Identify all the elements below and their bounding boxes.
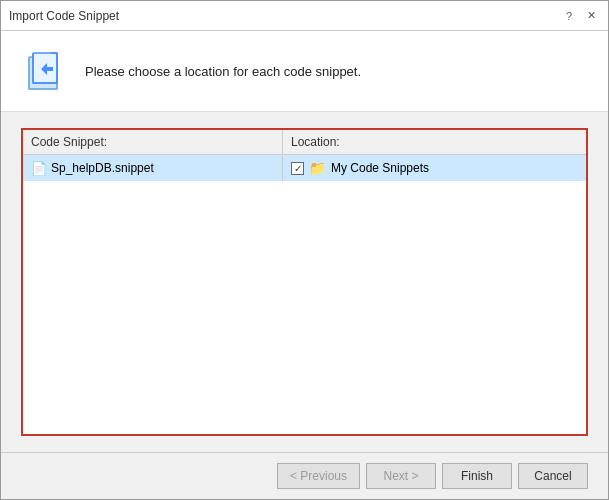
header-section: Please choose a location for each code s… bbox=[1, 31, 608, 112]
snippet-file-icon: 📄 bbox=[31, 161, 47, 176]
snippet-header-icon bbox=[21, 47, 69, 95]
table-header: Code Snippet: Location: bbox=[23, 130, 586, 155]
header-text: Please choose a location for each code s… bbox=[85, 64, 361, 79]
dialog-title: Import Code Snippet bbox=[9, 9, 119, 23]
next-button[interactable]: Next > bbox=[366, 463, 436, 489]
snippet-table: Code Snippet: Location: 📄 Sp_helpDB.snip… bbox=[21, 128, 588, 436]
folder-icon: 📁 bbox=[309, 160, 326, 176]
header-icon bbox=[21, 47, 69, 95]
col-header-location: Location: bbox=[283, 130, 586, 154]
help-button[interactable]: ? bbox=[560, 7, 578, 25]
table-row[interactable]: 📄 Sp_helpDB.snippet 📁 My Code Snippets bbox=[23, 155, 586, 181]
content-area: Code Snippet: Location: 📄 Sp_helpDB.snip… bbox=[1, 112, 608, 452]
col-header-snippet: Code Snippet: bbox=[23, 130, 283, 154]
finish-button[interactable]: Finish bbox=[442, 463, 512, 489]
footer: < Previous Next > Finish Cancel bbox=[1, 452, 608, 499]
cell-location: 📁 My Code Snippets bbox=[283, 155, 586, 181]
dialog: Import Code Snippet ? ✕ Please choose a … bbox=[0, 0, 609, 500]
close-button[interactable]: ✕ bbox=[582, 7, 600, 25]
title-bar-controls: ? ✕ bbox=[560, 7, 600, 25]
location-name: My Code Snippets bbox=[331, 161, 429, 175]
title-bar-left: Import Code Snippet bbox=[9, 9, 119, 23]
cancel-button[interactable]: Cancel bbox=[518, 463, 588, 489]
table-body: 📄 Sp_helpDB.snippet 📁 My Code Snippets bbox=[23, 155, 586, 434]
cell-snippet: 📄 Sp_helpDB.snippet bbox=[23, 156, 283, 181]
location-checkbox[interactable] bbox=[291, 162, 304, 175]
previous-button[interactable]: < Previous bbox=[277, 463, 360, 489]
title-bar: Import Code Snippet ? ✕ bbox=[1, 1, 608, 31]
snippet-filename: Sp_helpDB.snippet bbox=[51, 161, 154, 175]
